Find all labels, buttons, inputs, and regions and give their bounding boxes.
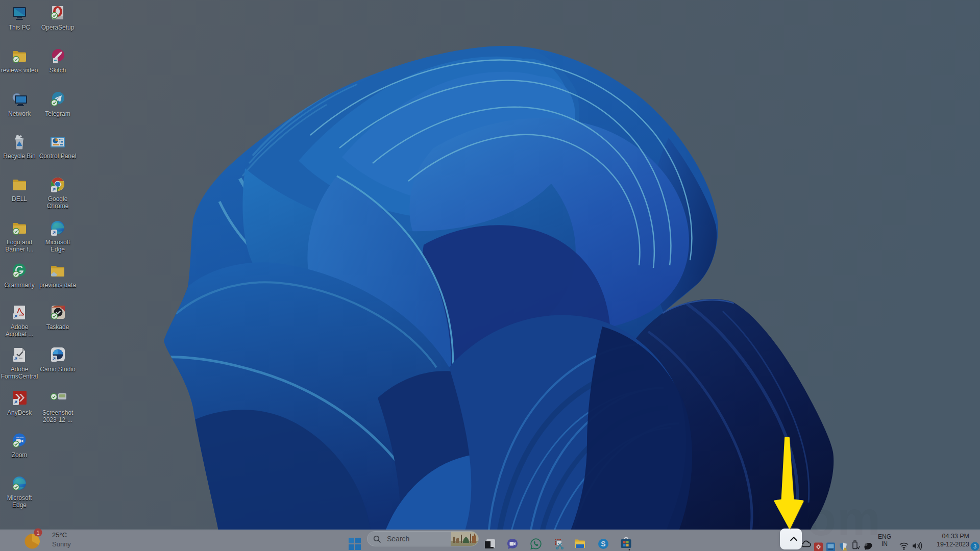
svg-text:1: 1 [36, 530, 39, 536]
svg-text:zoom: zoom [15, 436, 23, 439]
svg-text:!: ! [845, 547, 846, 550]
svg-text:3: 3 [973, 543, 976, 549]
svg-text:S: S [601, 540, 605, 548]
